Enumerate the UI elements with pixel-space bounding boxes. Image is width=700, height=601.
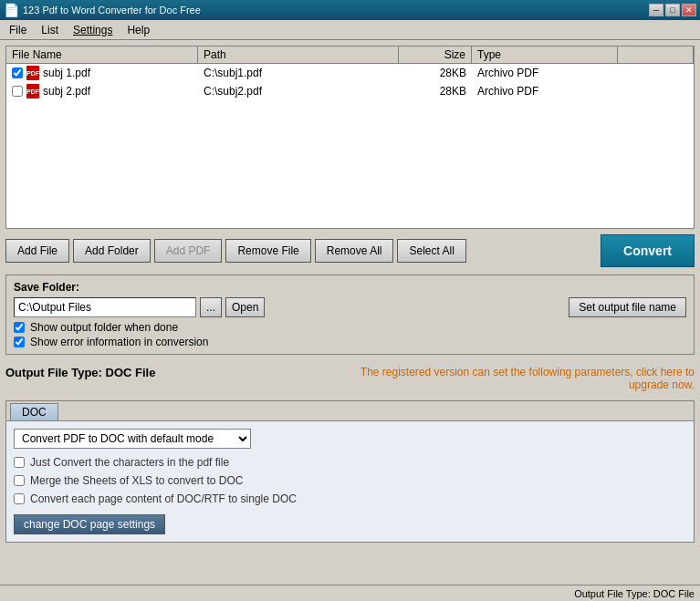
file-list-header: File Name Path Size Type: [6, 47, 694, 64]
title-bar: 📄 123 Pdf to Word Converter for Doc Free…: [0, 0, 700, 20]
row1-size: 28KB: [399, 66, 472, 80]
change-doc-button[interactable]: change DOC page settings: [14, 514, 165, 534]
row1-checkbox[interactable]: [12, 67, 23, 78]
show-output-checkbox[interactable]: [14, 322, 25, 333]
save-folder-input[interactable]: [14, 297, 196, 317]
row2-size: 28KB: [399, 84, 472, 98]
doc-option-1-label: Merge the Sheets of XLS to convert to DO…: [30, 474, 243, 487]
open-button[interactable]: Open: [225, 297, 265, 317]
output-type-label: Output File Type: DOC File: [5, 366, 155, 379]
row1-filename: subj 1.pdf: [43, 67, 90, 79]
doc-option-0-label: Just Convert the characters in the pdf f…: [30, 456, 229, 469]
remove-all-button[interactable]: Remove All: [315, 239, 394, 263]
row2-filename: subj 2.pdf: [43, 85, 90, 98]
doc-dropdown-row: Convert PDF to DOC with default modeConv…: [14, 429, 686, 449]
convert-button[interactable]: Convert: [601, 234, 695, 267]
doc-option-2-checkbox[interactable]: [14, 493, 25, 504]
menu-help[interactable]: Help: [120, 22, 157, 38]
remove-file-button[interactable]: Remove File: [225, 239, 310, 263]
pdf-icon: PDF: [26, 66, 39, 80]
set-output-button[interactable]: Set output file name: [569, 297, 686, 317]
doc-option-1-checkbox[interactable]: [14, 475, 25, 486]
doc-tab-container: DOC: [6, 401, 694, 421]
menu-bar: File List Settings Help: [0, 20, 700, 40]
toolbar: Add File Add Folder Add PDF Remove File …: [5, 234, 695, 267]
row1-type: Archivo PDF: [472, 66, 618, 80]
browse-button[interactable]: ...: [200, 297, 222, 317]
row2-path: C:\subj2.pdf: [198, 84, 399, 98]
maximize-button[interactable]: □: [665, 4, 680, 16]
show-error-row: Show error information in conversion: [14, 336, 686, 348]
table-row: PDF subj 2.pdf C:\subj2.pdf 28KB Archivo…: [6, 82, 694, 100]
upgrade-text[interactable]: The registered version can set the follo…: [348, 366, 695, 391]
select-all-button[interactable]: Select All: [397, 239, 465, 263]
doc-option-row-0: Just Convert the characters in the pdf f…: [14, 456, 686, 469]
header-size: Size: [399, 47, 472, 63]
pdf-icon: PDF: [26, 84, 39, 98]
row1-path: C:\subj1.pdf: [198, 66, 399, 80]
doc-mode-select[interactable]: Convert PDF to DOC with default modeConv…: [14, 429, 251, 449]
doc-tab[interactable]: DOC: [10, 403, 58, 420]
status-text: Output File Type: DOC File: [574, 588, 695, 599]
menu-settings[interactable]: Settings: [66, 22, 120, 38]
status-bar: Output File Type: DOC File: [0, 585, 700, 601]
menu-list[interactable]: List: [34, 22, 66, 38]
file-list-body: PDF subj 1.pdf C:\subj1.pdf 28KB Archivo…: [6, 64, 694, 228]
row2-extra: [618, 90, 694, 92]
row1-name-cell: PDF subj 1.pdf: [6, 65, 198, 81]
save-folder-label: Save Folder:: [14, 281, 686, 294]
doc-option-0-checkbox[interactable]: [14, 457, 25, 468]
file-list-container: File Name Path Size Type PDF subj 1.pdf …: [5, 46, 695, 229]
main-content: File Name Path Size Type PDF subj 1.pdf …: [0, 40, 700, 601]
show-output-row: Show output folder when done: [14, 321, 686, 334]
close-button[interactable]: ✕: [682, 4, 696, 16]
app-icon: 📄: [4, 3, 19, 17]
header-path: Path: [198, 47, 399, 63]
show-output-label: Show output folder when done: [30, 321, 178, 334]
show-error-checkbox[interactable]: [14, 337, 25, 347]
show-error-label: Show error information in conversion: [30, 336, 208, 348]
output-type-row: Output File Type: DOC File The registere…: [5, 362, 695, 395]
table-row: PDF subj 1.pdf C:\subj1.pdf 28KB Archivo…: [6, 64, 694, 82]
minimize-button[interactable]: ─: [649, 4, 663, 16]
menu-file[interactable]: File: [2, 22, 34, 38]
row2-name-cell: PDF subj 2.pdf: [6, 83, 198, 99]
add-file-button[interactable]: Add File: [5, 239, 69, 263]
row2-checkbox[interactable]: [12, 86, 23, 97]
doc-option-row-1: Merge the Sheets of XLS to convert to DO…: [14, 474, 686, 487]
doc-section: DOC Convert PDF to DOC with default mode…: [5, 400, 695, 543]
doc-option-row-2: Convert each page content of DOC/RTF to …: [14, 492, 686, 505]
header-filename: File Name: [6, 47, 198, 63]
window-controls: ─ □ ✕: [649, 4, 696, 16]
add-pdf-button[interactable]: Add PDF: [154, 239, 223, 263]
row1-extra: [618, 72, 694, 74]
app-title: 123 Pdf to Word Converter for Doc Free: [23, 5, 201, 16]
add-folder-button[interactable]: Add Folder: [73, 239, 151, 263]
header-extra: [618, 47, 694, 63]
doc-option-2-label: Convert each page content of DOC/RTF to …: [30, 492, 297, 505]
header-type: Type: [472, 47, 618, 63]
save-folder-section: Save Folder: ... Open Set output file na…: [5, 275, 695, 355]
row2-type: Archivo PDF: [472, 84, 618, 98]
doc-content: Convert PDF to DOC with default modeConv…: [6, 421, 694, 542]
